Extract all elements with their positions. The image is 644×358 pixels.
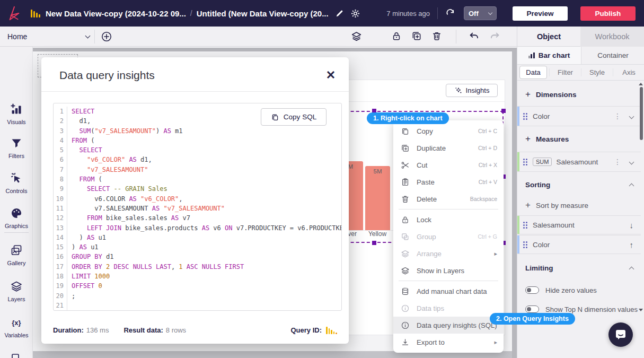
undo-icon[interactable] — [469, 31, 480, 42]
redo-icon[interactable] — [489, 31, 500, 42]
canvas-hscrollbar[interactable] — [33, 48, 513, 51]
menu-item-arrange[interactable]: Arrange▸ — [393, 245, 504, 262]
query-id-bars-icon[interactable] — [326, 326, 337, 334]
menu-item-group[interactable]: GroupCtrl + G — [393, 228, 504, 245]
hide-zero-values-toggle[interactable] — [525, 286, 539, 294]
trash-toolbar-icon[interactable] — [431, 31, 442, 41]
copy-sql-button[interactable]: Copy SQL — [261, 108, 327, 126]
sidebar-item-actions[interactable]: Actions — [0, 352, 33, 358]
lock-toolbar-icon[interactable] — [391, 31, 402, 41]
page-chevron-down-icon[interactable] — [85, 33, 91, 39]
sort-color-item[interactable]: Color ↑ — [517, 235, 641, 254]
sidebar-item-filters[interactable]: Filters — [0, 137, 33, 159]
breadcrumb-dataset[interactable]: New Data View-copy (2024-10-22 09... — [46, 9, 186, 18]
chevron-down-icon[interactable] — [629, 159, 634, 164]
sql-line: 9 SELECT -- GRAIN Sales — [54, 184, 341, 194]
sort-by-measure-button[interactable]: + Sort by measure — [517, 196, 641, 214]
preview-button[interactable]: Preview — [513, 6, 568, 21]
topbar-divider — [437, 7, 438, 19]
sort-desc-arrow-icon[interactable]: ↓ — [630, 221, 634, 230]
group-icon — [401, 232, 410, 241]
settings-gear-icon[interactable] — [350, 8, 360, 19]
subtab-axis[interactable]: Axis — [613, 68, 644, 76]
insights-button[interactable]: Insights — [446, 84, 498, 97]
panel-scrollbar[interactable] — [640, 87, 643, 140]
menu-item-lock[interactable]: Lock — [393, 211, 504, 228]
subtab-filter[interactable]: Filter — [549, 68, 581, 76]
sidebar-item-graphics[interactable]: Graphics — [0, 207, 33, 229]
panel-scroll-up-icon[interactable] — [639, 83, 643, 85]
subtab-data[interactable]: Data — [519, 66, 547, 79]
page-selector[interactable]: Home — [7, 32, 27, 41]
dimension-color-item[interactable]: Color ⋮ — [517, 106, 641, 126]
chevron-up-icon[interactable] — [629, 183, 634, 188]
menu-item-data-query-insights-sql[interactable]: Data query insights (SQL) — [393, 317, 504, 334]
menu-item-paste[interactable]: PasteCtrl + V — [393, 173, 504, 190]
sidebar-item-layers[interactable]: Layers — [0, 280, 33, 302]
drag-handle-icon[interactable] — [523, 241, 527, 248]
svg-text:{x}: {x} — [12, 319, 21, 327]
menu-item-duplicate[interactable]: DuplicateCtrl + D — [393, 139, 504, 156]
aggregation-badge[interactable]: SUM — [533, 158, 552, 166]
line-number: 9 — [54, 184, 67, 194]
copy-sql-label: Copy SQL — [284, 113, 316, 121]
sorting-header[interactable]: Sorting — [517, 175, 641, 194]
add-measure-icon[interactable]: + — [525, 134, 531, 144]
tab-bar-chart[interactable]: Bar chart — [517, 47, 581, 65]
sidebar-item-visuals[interactable]: Visuals — [0, 103, 33, 125]
refresh-icon[interactable] — [445, 8, 455, 19]
menu-item-cut[interactable]: CutCtrl + X — [393, 156, 504, 173]
subtab-style[interactable]: Style — [581, 68, 613, 76]
autosave-dropdown[interactable]: Off — [464, 6, 497, 20]
menu-item-copy[interactable]: CopyCtrl + C — [393, 123, 504, 139]
publish-button[interactable]: Publish — [580, 6, 636, 21]
tab-object[interactable]: Object — [517, 27, 580, 47]
chevron-up-icon[interactable] — [629, 266, 634, 272]
add-dimension-icon[interactable]: + — [525, 89, 531, 100]
sidebar-item-variables[interactable]: {x}Variables — [0, 316, 33, 338]
tab-container[interactable]: Container — [581, 47, 644, 65]
bar-yellow[interactable] — [365, 166, 390, 230]
selection-handle-bottom[interactable] — [372, 241, 376, 245]
menu-item-delete[interactable]: DeleteBackspace — [393, 190, 504, 207]
chat-bubble-button[interactable] — [608, 322, 633, 347]
menu-item-export-to[interactable]: Export to▸ — [393, 334, 504, 351]
sidebar-item-label: Controls — [0, 188, 33, 194]
dimensions-header[interactable]: + Dimensions — [517, 85, 641, 104]
add-item-icon[interactable] — [101, 31, 112, 42]
measures-header[interactable]: + Measures — [517, 129, 641, 149]
measure-label: Salesamount — [556, 158, 598, 166]
panel-scroll-down-icon[interactable] — [639, 309, 643, 311]
menu-item-data-tips[interactable]: Data tips — [393, 300, 504, 317]
edit-title-icon[interactable] — [335, 9, 344, 18]
sidebar-item-controls[interactable]: Controls — [0, 172, 33, 194]
breadcrumb-workbook[interactable]: Untitled (New Data View-copy (20... — [197, 9, 329, 18]
sort-salesamount-item[interactable]: Salesamount ↓ — [517, 215, 641, 234]
menu-item-add-manual-chart-data[interactable]: Add manual chart data — [393, 283, 504, 300]
layers-toolbar-icon[interactable] — [351, 31, 362, 42]
context-menu: CopyCtrl + CDuplicateCtrl + DCutCtrl + X… — [393, 120, 504, 353]
chevron-down-icon[interactable] — [629, 113, 634, 119]
close-icon[interactable]: ✕ — [324, 69, 337, 82]
kebab-menu-icon[interactable]: ⋮ — [614, 158, 621, 166]
line-number: 20 — [54, 291, 67, 301]
sql-line: 4FROM ( — [54, 136, 341, 145]
sql-code-block[interactable]: 1SELECT2 d1,3 SUM("v7_SALESAMOUNT") AS m… — [53, 103, 342, 311]
sidebar-item-gallery[interactable]: Gallery — [0, 244, 33, 266]
selection-handle-top-right[interactable] — [501, 109, 506, 113]
drag-handle-icon[interactable] — [523, 222, 527, 229]
canvas-vscrollbar[interactable] — [512, 48, 517, 358]
data-query-insights-dialog: Data query insights ✕ 1SELECT2 d1,3 SUM(… — [41, 57, 349, 344]
sidebar-item-label: Visuals — [0, 119, 33, 125]
sql-code-text: FROM ( — [67, 136, 94, 145]
show-top-n-toggle[interactable] — [525, 305, 539, 313]
kebab-menu-icon[interactable]: ⋮ — [614, 112, 621, 120]
drag-handle-icon[interactable] — [523, 113, 527, 120]
tab-workbook[interactable]: Workbook — [580, 27, 644, 47]
duplicate-toolbar-icon[interactable] — [411, 31, 422, 41]
drag-handle-icon[interactable] — [523, 159, 527, 165]
sort-asc-arrow-icon[interactable]: ↑ — [630, 240, 634, 249]
measure-salesamount-item[interactable]: SUM Salesamount ⋮ — [517, 152, 641, 172]
menu-item-show-in-layers[interactable]: Show in Layers — [393, 262, 504, 279]
limiting-header[interactable]: Limiting — [517, 258, 641, 277]
